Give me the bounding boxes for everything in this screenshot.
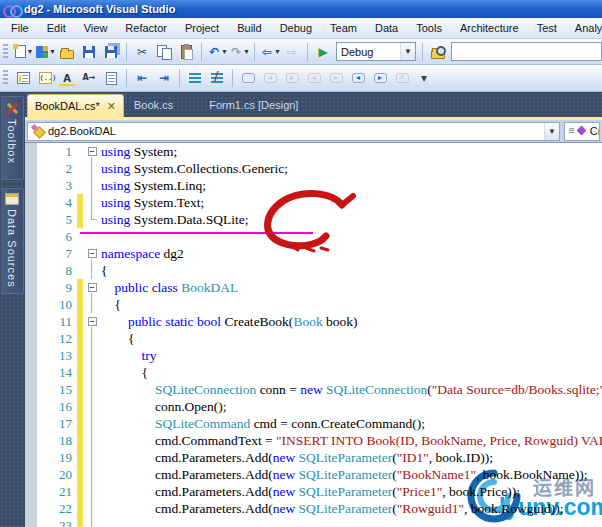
indicator-margin[interactable] <box>25 483 37 500</box>
code-line[interactable]: 11− public static bool CreateBook(Book b… <box>25 313 602 330</box>
indicator-margin[interactable] <box>25 211 37 228</box>
menu-item-build[interactable]: Build <box>228 18 270 38</box>
code-line[interactable]: 16 conn.Open(); <box>25 398 602 415</box>
code-line[interactable]: 22 cmd.Parameters.Add(new SQLiteParamete… <box>25 500 602 517</box>
tab-form1-cs-design[interactable]: Form1.cs [Design] <box>199 93 308 117</box>
indicator-margin[interactable] <box>25 517 37 527</box>
class-dropdown[interactable]: dg2.BookDAL ▼ <box>27 122 560 141</box>
code-line[interactable]: 19 cmd.Parameters.Add(new SQLiteParamete… <box>25 449 602 466</box>
code-line[interactable]: 12 { <box>25 330 602 347</box>
class-dropdown-arrow-icon[interactable]: ▼ <box>544 123 559 140</box>
indicator-margin[interactable] <box>25 500 37 517</box>
menu-item-refactor[interactable]: Refactor <box>116 18 176 38</box>
display-quick-info-button[interactable]: A <box>56 67 78 89</box>
indicator-margin[interactable] <box>25 296 37 313</box>
add-new-item-dropdown-arrow-icon[interactable]: ▼ <box>49 48 56 55</box>
code-line[interactable]: 18 cmd.CommandText = "INSERT INTO Book(I… <box>25 432 602 449</box>
clear-bookmarks-button[interactable]: ✕ <box>391 67 413 89</box>
code-line[interactable]: 2using System.Collections.Generic; <box>25 160 602 177</box>
indicator-margin[interactable] <box>25 143 37 160</box>
paste-button[interactable] <box>175 41 197 63</box>
indicator-margin[interactable] <box>25 432 37 449</box>
toolbar-options-button[interactable]: ▾ <box>413 67 435 89</box>
copy-button[interactable] <box>153 41 175 63</box>
indicator-margin[interactable] <box>25 160 37 177</box>
menu-item-project[interactable]: Project <box>176 18 228 38</box>
toolbar-grip[interactable] <box>3 44 8 60</box>
toggle-bookmark-button[interactable] <box>237 67 259 89</box>
sidetab-data-sources[interactable]: Data Sources <box>1 188 24 294</box>
sidetab-toolbox[interactable]: Toolbox <box>1 96 24 180</box>
tab-bookdal-cs[interactable]: BookDAL.cs*✕ <box>27 94 124 117</box>
code-editor[interactable]: 运维网 lyunv.com 1−using System;2using Syst… <box>25 143 602 527</box>
solution-configurations-dropdown-arrow-icon[interactable]: ▼ <box>400 43 415 60</box>
find-input[interactable] <box>451 42 602 61</box>
navigate-backward-button[interactable]: ⇦▼ <box>259 41 281 63</box>
tab-book-cs[interactable]: Book.cs <box>124 93 183 117</box>
new-project-dropdown-arrow-icon[interactable]: ▼ <box>27 48 34 55</box>
uncomment-selection-button[interactable] <box>206 67 228 89</box>
display-word-completion-button[interactable]: A→ <box>78 67 100 89</box>
indicator-margin[interactable] <box>25 381 37 398</box>
previous-bookmark-button[interactable]: ◂ <box>259 67 281 89</box>
code-line[interactable]: 9− public class BookDAL <box>25 279 602 296</box>
indicator-margin[interactable] <box>25 398 37 415</box>
previous-bookmark-in-document-button[interactable]: ◂ <box>347 67 369 89</box>
code-line[interactable]: 14 { <box>25 364 602 381</box>
menu-item-debug[interactable]: Debug <box>271 18 321 38</box>
undo-button[interactable]: ↶▼ <box>206 41 228 63</box>
indicator-margin[interactable] <box>25 245 37 262</box>
previous-bookmark-in-folder-button[interactable]: ◂ <box>303 67 325 89</box>
toggle-outlining-button[interactable] <box>100 67 122 89</box>
indicator-margin[interactable] <box>25 228 37 245</box>
menu-item-edit[interactable]: Edit <box>38 18 75 38</box>
code-line[interactable]: 13 try <box>25 347 602 364</box>
menu-item-analyze[interactable]: Analyze <box>566 18 602 38</box>
new-project-button[interactable]: ▼ <box>12 41 34 63</box>
navigate-backward-dropdown-arrow-icon[interactable]: ▼ <box>274 48 281 55</box>
menu-item-view[interactable]: View <box>75 18 117 38</box>
menu-item-team[interactable]: Team <box>321 18 366 38</box>
next-bookmark-in-folder-button[interactable]: ▸ <box>325 67 347 89</box>
member-dropdown[interactable]: ≡ Crea <box>564 122 600 141</box>
fold-collapse-icon[interactable]: − <box>88 283 97 292</box>
indicator-margin[interactable] <box>25 279 37 296</box>
increase-indent-button[interactable]: ⇥ <box>153 67 175 89</box>
indicator-margin[interactable] <box>25 313 37 330</box>
code-line[interactable]: 17 SQLiteCommand cmd = conn.CreateComman… <box>25 415 602 432</box>
add-new-item-button[interactable]: ▼ <box>34 41 56 63</box>
menu-item-architecture[interactable]: Architecture <box>451 18 528 38</box>
code-line[interactable]: 1−using System; <box>25 143 602 160</box>
toolbar-grip[interactable] <box>3 70 8 86</box>
code-line[interactable]: 23 <box>25 517 602 527</box>
code-line[interactable]: 21 cmd.Parameters.Add(new SQLiteParamete… <box>25 483 602 500</box>
decrease-indent-button[interactable]: ⇤ <box>131 67 153 89</box>
menu-item-data[interactable]: Data <box>366 18 407 38</box>
cut-button[interactable]: ✂ <box>131 41 153 63</box>
indicator-margin[interactable] <box>25 262 37 279</box>
start-debugging-button[interactable]: ▶ <box>312 41 334 63</box>
menu-item-file[interactable]: File <box>2 18 38 38</box>
comment-selection-button[interactable] <box>184 67 206 89</box>
indicator-margin[interactable] <box>25 364 37 381</box>
indicator-margin[interactable] <box>25 194 37 211</box>
indicator-margin[interactable] <box>25 177 37 194</box>
undo-dropdown-arrow-icon[interactable]: ▼ <box>221 48 228 55</box>
navigate-forward-button[interactable]: ⇨ <box>281 41 303 63</box>
indicator-margin[interactable] <box>25 449 37 466</box>
indicator-margin[interactable] <box>25 415 37 432</box>
redo-button[interactable]: ↷▼ <box>228 41 250 63</box>
display-parameter-info-button[interactable]: (..) <box>34 67 56 89</box>
fold-collapse-icon[interactable]: − <box>88 317 97 326</box>
indicator-margin[interactable] <box>25 347 37 364</box>
menu-item-tools[interactable]: Tools <box>407 18 451 38</box>
tab-close-icon[interactable]: ✕ <box>107 101 116 112</box>
indicator-margin[interactable] <box>25 466 37 483</box>
fold-collapse-icon[interactable]: − <box>88 249 97 258</box>
display-member-list-button[interactable] <box>12 67 34 89</box>
open-file-button[interactable] <box>56 41 78 63</box>
next-bookmark-button[interactable]: ▸ <box>281 67 303 89</box>
save-button[interactable] <box>78 41 100 63</box>
code-line[interactable]: 15 SQLiteConnection conn = new SQLiteCon… <box>25 381 602 398</box>
code-line[interactable]: 20 cmd.Parameters.Add(new SQLiteParamete… <box>25 466 602 483</box>
